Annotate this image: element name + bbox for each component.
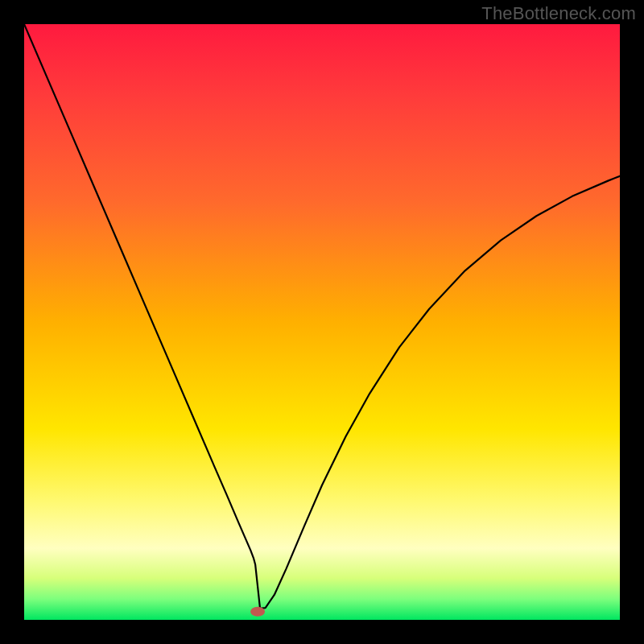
plot-area — [24, 24, 620, 620]
watermark-text: TheBottleneck.com — [481, 3, 636, 24]
gradient-background — [24, 24, 620, 620]
outer-frame: TheBottleneck.com — [0, 0, 644, 644]
min-point-marker — [250, 607, 265, 617]
chart-svg — [24, 24, 620, 620]
